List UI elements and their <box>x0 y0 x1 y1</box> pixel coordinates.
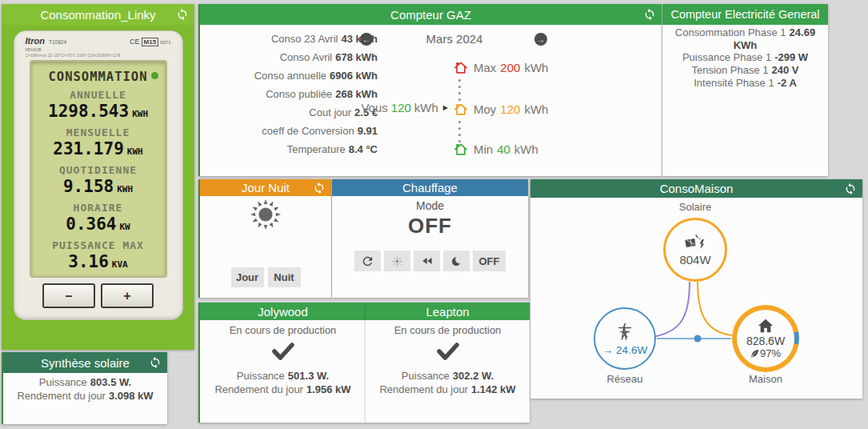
meter-sub-line: 05H1/B <box>26 47 171 52</box>
meter-cert-box: M15 <box>142 38 159 46</box>
elec-title: Compteur Electricité General <box>670 8 819 21</box>
chauffage-title: Chauffage <box>402 181 458 194</box>
refresh-icon[interactable] <box>149 356 162 369</box>
rewind-icon <box>421 255 434 267</box>
consomaison-header: ConsoMaison <box>530 179 862 198</box>
meter-spec-line: C=1Wh/imp 1S -25°C/+70°C 230V 0,5A 50/60… <box>26 53 171 58</box>
gauge-dots <box>458 79 461 101</box>
stat-coeff-conversion: coeff de Conversion9.91 <box>208 122 378 140</box>
gaz-title: Compteur GAZ <box>390 8 471 22</box>
stat-conso-annuelle: Conso annuelle6906 kWh <box>208 66 378 85</box>
consomaison-title: ConsoMaison <box>660 182 734 195</box>
elec-puissance: Puissance Phase 1-299 W <box>662 51 828 64</box>
elec-lines: Consommation Phase 124.69 KWh Puissance … <box>662 25 828 90</box>
rendement-line: Rendement du jour1.956 kW <box>200 383 366 397</box>
jolywood-title: Jolywood <box>258 305 308 319</box>
moon-icon <box>450 255 463 267</box>
vous-marker: Vous 120 kWh ▶ <box>288 101 448 114</box>
production-status: En cours de production <box>200 323 366 338</box>
house-min-icon <box>453 142 469 157</box>
sun-small-icon <box>391 255 403 267</box>
leaf-icon <box>750 349 759 358</box>
meter-plus-button[interactable]: + <box>101 283 154 308</box>
night-mode-button[interactable] <box>443 251 470 271</box>
eco-mode-button[interactable] <box>414 251 440 271</box>
lcd-row-horaire: HORAIRE 0.364kW <box>31 202 166 237</box>
widget-jour-nuit: Jour Nuit Jour Nuit <box>198 179 331 298</box>
rendement-line: Rendement du jour3.098 kW <box>3 390 167 403</box>
off-mode-button[interactable]: OFF <box>473 251 506 271</box>
widget-synthese-solaire: Synthèse solaire Puissance803.5 W. Rende… <box>2 352 167 424</box>
elec-intensite: Intensité Phase 1-2 A <box>662 77 828 90</box>
chauffage-header: Chauffage <box>332 179 528 196</box>
synthese-title: Synthèse solaire <box>41 356 130 370</box>
widget-compteur-gaz: Compteur GAZ Conso 23 Avril43 kWh Conso … <box>198 4 662 176</box>
comfort-mode-button[interactable] <box>384 251 410 271</box>
jour-nuit-header: Jour Nuit <box>200 179 331 196</box>
jour-button[interactable]: Jour <box>231 267 264 287</box>
rendement-line: Rendement du jour1.142 kW <box>366 383 530 397</box>
lcd-row-quotidienne: QUOTIDIENNE 9.158kWh <box>31 164 166 199</box>
solaire-label: Solaire <box>679 201 711 213</box>
leapton-title: Leapton <box>426 305 469 319</box>
gaz-month-label: Mars 2024 <box>406 32 502 46</box>
solar-panel-icon <box>683 234 707 251</box>
puissance-line: Puissance803.5 W. <box>3 376 167 390</box>
meter-plate: Itron T10824 CE M15 0071 05H1/B C=1Wh/im… <box>14 36 182 58</box>
stat-conso-jour: Conso 23 Avril43 kWh <box>208 30 378 48</box>
lcd-title: CONSOMMATION <box>31 67 166 86</box>
refresh-mode-button[interactable] <box>354 251 381 271</box>
check-icon <box>270 341 297 362</box>
house-moy-icon <box>453 102 469 117</box>
widget-consommation-linky: Consommation_Linky Itron T10824 CE M15 0… <box>2 4 194 350</box>
maison-circle: 828.6W 97% <box>732 305 799 372</box>
widget-jolywood: Jolywood En cours de production Puissanc… <box>198 303 366 423</box>
gaz-header: Compteur GAZ <box>200 4 662 25</box>
gauge-row-moy: Moy 120 kWh <box>453 100 548 118</box>
gaz-stats-list: Conso 23 Avril43 kWh Conso Avril678 kWh … <box>208 30 378 158</box>
mode-value: OFF <box>332 214 528 239</box>
widget-chauffage: Chauffage Mode OFF <box>332 179 528 298</box>
reseau-label: Réseau <box>607 373 643 385</box>
widget-leapton: Leapton En cours de production Puissance… <box>366 303 530 423</box>
gauge-row-max: Max 200 kWh <box>453 58 548 76</box>
meter-cert-num: 0071 <box>160 40 170 45</box>
maison-value: 828.6W <box>746 335 785 347</box>
nuit-button[interactable]: Nuit <box>268 267 301 287</box>
next-month-arrow-icon[interactable]: → <box>534 33 547 46</box>
vous-pointer-icon: ▶ <box>443 104 448 111</box>
puissance-line: Puissance501.3 W. <box>200 370 366 383</box>
jour-nuit-title: Jour Nuit <box>242 181 290 194</box>
lcd-row-annuelle: ANNUELLE 1298.543kWh <box>31 89 166 124</box>
production-status: En cours de production <box>366 323 530 338</box>
maison-label: Maison <box>749 373 782 385</box>
refresh-icon[interactable] <box>643 8 656 21</box>
maison-autonomy: 97% <box>750 347 781 359</box>
home-icon <box>757 318 774 334</box>
widget-consomaison: ConsoMaison Solaire 804W <box>530 179 862 399</box>
previous-month-arrow-icon[interactable]: ← <box>360 33 373 46</box>
elec-consommation: Consommation Phase 124.69 KWh <box>662 26 828 51</box>
flow-dot <box>694 335 702 343</box>
stat-temperature: Temperature8.4 °C <box>208 140 378 158</box>
leapton-header: Leapton <box>366 303 530 320</box>
refresh-icon[interactable] <box>844 182 857 195</box>
lcd-row-puissance-max: PUISSANCE MAX 3.16kVA <box>31 239 166 275</box>
gauge-dots <box>458 121 461 142</box>
linky-meter: Itron T10824 CE M15 0071 05H1/B C=1Wh/im… <box>14 30 183 320</box>
reseau-circle: → 24.6W <box>594 307 656 370</box>
meter-minus-button[interactable]: – <box>42 283 95 308</box>
meter-ce-mark: CE <box>130 38 140 46</box>
lcd-row-mensuelle: MENSUELLE 231.179kWh <box>31 126 166 162</box>
refresh-icon[interactable] <box>176 8 189 21</box>
elec-header: Compteur Electricité General <box>662 4 828 25</box>
jolywood-header: Jolywood <box>200 303 366 320</box>
lcd-status-dot <box>151 72 158 79</box>
pylon-icon <box>614 322 635 343</box>
reseau-value: → 24.6W <box>602 344 647 356</box>
meter-lcd-display: CONSOMMATION ANNUELLE 1298.543kWh MENSUE… <box>30 60 167 278</box>
solaire-circle: 804W <box>663 218 727 282</box>
sun-icon <box>249 198 282 231</box>
mode-label: Mode <box>332 199 528 212</box>
refresh-icon[interactable] <box>313 182 326 194</box>
